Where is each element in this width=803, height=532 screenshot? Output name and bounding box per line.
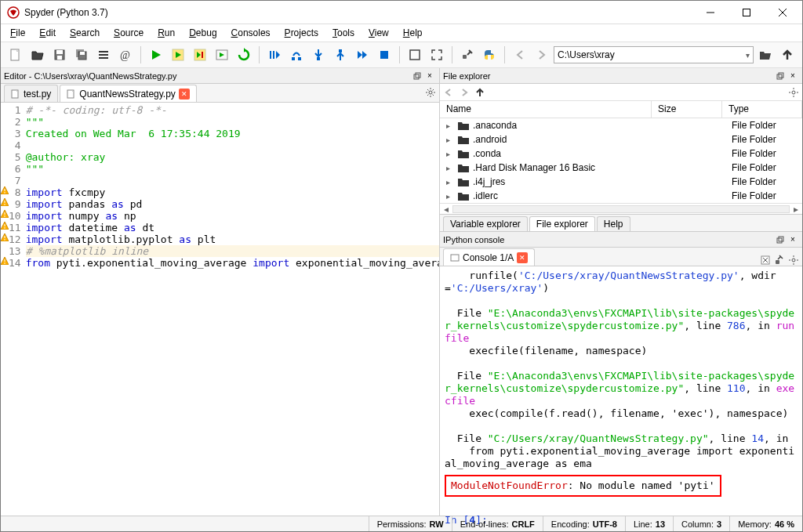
file-row[interactable]: ▸.androidFile Folder [440,132,802,147]
file-row[interactable]: ▸.i4j_jresFile Folder [440,175,802,189]
gear-icon[interactable] [425,87,436,98]
expand-icon[interactable]: ▸ [446,164,454,172]
console-output[interactable]: runfile('C:/Users/xray/QuantNewsStrategy… [440,266,802,532]
column-type[interactable]: Type [722,101,802,118]
close-button[interactable] [765,1,801,24]
status-encoding: Encoding: UTF-8 [543,516,625,531]
list-button[interactable] [93,45,114,65]
run-selection-button[interactable] [212,45,232,65]
column-name[interactable]: Name [440,101,652,118]
editor-tab[interactable]: QuantNewsStrategy.py✕ [60,85,197,102]
status-bar: Permissions: RW End-of-lines: CRLF Encod… [1,516,802,531]
run-cell-advance-button[interactable] [190,45,210,65]
path-input[interactable] [558,49,746,60]
column-size[interactable]: Size [652,101,722,118]
menu-view[interactable]: View [362,26,395,40]
step-into-button[interactable] [308,45,329,65]
undock-icon[interactable] [774,233,787,246]
svg-rect-22 [292,57,295,60]
close-pane-icon[interactable]: × [787,70,799,82]
svg-rect-26 [380,51,388,59]
continue-button[interactable] [352,45,372,65]
chevron-down-icon[interactable]: ▾ [746,51,750,60]
menu-debug[interactable]: Debug [183,26,223,40]
menu-help[interactable]: Help [397,26,429,40]
inspect-icon[interactable] [774,255,785,266]
explorer-bottom-tabs: Variable explorerFile explorerHelp [440,214,802,231]
gear-icon[interactable] [788,255,799,266]
parent-dir-icon[interactable] [474,87,485,98]
menu-consoles[interactable]: Consoles [225,26,277,40]
editor-tab[interactable]: test.py [4,85,58,102]
python-path-button[interactable] [479,45,500,65]
maximize-pane-button[interactable] [405,45,425,65]
nav-back-button[interactable] [510,45,530,65]
close-tab-icon[interactable]: ✕ [179,89,190,100]
bottom-tab[interactable]: File explorer [529,216,595,231]
svg-point-33 [429,91,432,94]
fullscreen-button[interactable] [427,45,447,65]
console-tabbar: Console 1/A ✕ [440,248,802,266]
horizontal-scrollbar[interactable]: ◂▸ [440,203,802,214]
parent-dir-button[interactable] [777,45,798,65]
menu-edit[interactable]: Edit [33,26,62,40]
close-pane-icon[interactable]: × [423,70,436,82]
svg-rect-7 [56,50,63,54]
run-cell-button[interactable] [168,45,188,65]
undock-icon[interactable] [411,70,423,82]
expand-icon[interactable]: ▸ [446,121,454,130]
svg-rect-28 [463,55,467,59]
file-row[interactable]: ▸.anacondaFile Folder [440,118,802,132]
maximize-button[interactable] [729,1,765,24]
expand-icon[interactable]: ▸ [446,178,454,186]
close-tab-icon[interactable]: ✕ [517,252,528,263]
menu-file[interactable]: File [4,26,31,40]
function-button[interactable]: @ [115,45,136,65]
nav-forward-button[interactable] [532,45,552,65]
code-editor[interactable]: 1234567891011121314 # -*- coding: utf-8 … [1,103,439,516]
gear-icon[interactable] [788,87,799,98]
file-row[interactable]: ▸.condaFile Folder [440,147,802,161]
save-button[interactable] [49,45,70,65]
browse-dir-button[interactable] [755,45,776,65]
menu-source[interactable]: Source [107,26,150,40]
menu-projects[interactable]: Projects [278,26,325,40]
save-all-button[interactable] [71,45,92,65]
stop-kernel-icon[interactable] [760,255,771,266]
close-pane-icon[interactable]: × [787,233,799,246]
rerun-button[interactable] [234,45,254,65]
step-over-button[interactable] [286,45,307,65]
editor-tabbar: test.pyQuantNewsStrategy.py✕ [1,84,439,103]
svg-rect-61 [777,238,782,243]
status-column: Column: 3 [673,516,729,531]
console-tab[interactable]: Console 1/A ✕ [443,248,535,266]
minimize-button[interactable] [692,1,729,24]
file-row[interactable]: ▸.Hard Disk Manager 16 BasicFile Folder [440,161,802,175]
bottom-tab[interactable]: Variable explorer [443,216,528,231]
svg-rect-63 [451,255,459,261]
debug-button[interactable] [264,45,285,65]
svg-point-51 [4,239,5,241]
menu-run[interactable]: Run [151,26,181,40]
expand-icon[interactable]: ▸ [446,136,454,144]
nav-forward-icon[interactable] [459,87,470,98]
expand-icon[interactable]: ▸ [446,150,454,158]
open-file-button[interactable] [27,45,48,65]
svg-rect-23 [298,57,301,60]
step-out-button[interactable] [330,45,351,65]
nav-back-icon[interactable] [443,87,454,98]
menu-search[interactable]: Search [64,26,106,40]
file-row[interactable]: ▸.idlercFile Folder [440,189,802,203]
expand-icon[interactable]: ▸ [446,192,454,201]
stop-button[interactable] [374,45,394,65]
run-button[interactable] [146,45,166,65]
menu-tools[interactable]: Tools [326,26,361,40]
preferences-button[interactable] [457,45,478,65]
svg-rect-25 [339,49,342,52]
new-file-button[interactable] [5,45,26,65]
bottom-tab[interactable]: Help [597,216,630,231]
svg-rect-29 [414,74,419,79]
working-directory-input[interactable]: ▾ [554,46,754,63]
svg-rect-67 [776,260,779,264]
undock-icon[interactable] [774,70,787,82]
